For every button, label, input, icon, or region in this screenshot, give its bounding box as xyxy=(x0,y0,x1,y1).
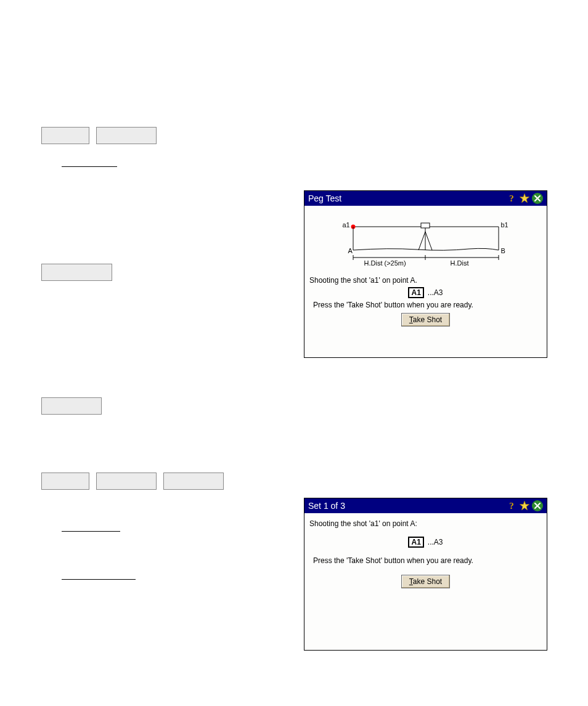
doc-button[interactable] xyxy=(41,473,89,490)
doc-button[interactable] xyxy=(96,473,157,490)
doc-button[interactable] xyxy=(41,397,102,415)
remaining-shots: ...A3 xyxy=(428,288,443,297)
panel-title: Peg Test xyxy=(308,193,504,203)
diagram-label-b1: b1 xyxy=(501,221,508,229)
current-shot-box: A1 xyxy=(408,287,423,298)
instruction-line-2: Press the 'Take Shot' button when you ar… xyxy=(309,556,542,565)
set-panel: Set 1 of 3 ? Shooting the shot 'a1' on p… xyxy=(304,498,547,651)
doc-button[interactable] xyxy=(163,473,224,490)
underline xyxy=(62,579,136,580)
titlebar: Peg Test ? xyxy=(304,191,547,206)
diagram-label-B: B xyxy=(501,247,505,254)
favorite-icon[interactable] xyxy=(519,193,530,204)
current-shot-box: A1 xyxy=(408,537,423,548)
take-shot-button[interactable]: Take Shot xyxy=(401,313,450,327)
svg-marker-16 xyxy=(520,501,529,510)
help-icon[interactable]: ? xyxy=(506,193,517,204)
diagram-label-a1: a1 xyxy=(343,221,350,229)
doc-button[interactable] xyxy=(41,127,89,144)
diagram-label-hdist-left: H.Dist (>25m) xyxy=(364,259,406,267)
doc-button[interactable] xyxy=(41,264,112,281)
svg-rect-7 xyxy=(421,223,430,228)
peg-test-panel: Peg Test ? xyxy=(304,190,547,358)
instruction-line-1: Shooting the shot 'a1' on point A: xyxy=(309,519,542,528)
close-icon[interactable] xyxy=(532,193,543,204)
titlebar: Set 1 of 3 ? xyxy=(304,498,547,513)
instruction-line-1: Shooting the shot 'a1' on point A. xyxy=(309,276,542,285)
underline xyxy=(62,531,120,532)
instruction-line-2: Press the 'Take Shot' button when you ar… xyxy=(309,301,542,309)
take-shot-button[interactable]: Take Shot xyxy=(401,575,450,588)
diagram-label-A: A xyxy=(348,247,353,254)
svg-line-10 xyxy=(425,232,432,250)
shot-sequence: A1 ...A3 xyxy=(309,287,542,298)
help-icon[interactable]: ? xyxy=(506,500,517,511)
favorite-icon[interactable] xyxy=(519,500,530,511)
peg-test-diagram: a1 b1 A B H.Dist (>25m) H.Dist xyxy=(346,214,506,270)
close-icon[interactable] xyxy=(532,500,543,511)
remaining-shots: ...A3 xyxy=(428,538,443,546)
underline xyxy=(62,166,117,167)
doc-button[interactable] xyxy=(96,127,157,144)
shot-sequence: A1 ...A3 xyxy=(309,537,542,548)
svg-line-9 xyxy=(419,232,425,250)
panel-title: Set 1 of 3 xyxy=(308,501,504,511)
svg-marker-0 xyxy=(520,194,529,203)
diagram-label-hdist-right: H.Dist xyxy=(451,259,469,267)
